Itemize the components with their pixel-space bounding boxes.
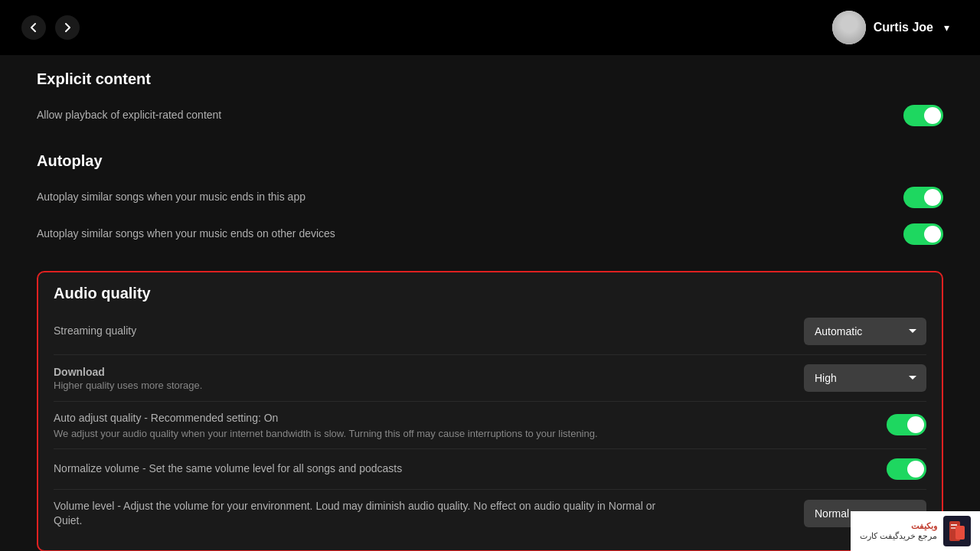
normalize-label: Normalize volume - Set the same volume l… xyxy=(54,461,402,477)
autoplay-devices-toggle[interactable] xyxy=(903,223,943,245)
watermark-logo: وبکیفت xyxy=(911,521,937,531)
explicit-content-section: Explicit content Allow playback of expli… xyxy=(37,70,943,134)
normalize-row: Normalize volume - Set the same volume l… xyxy=(54,448,926,489)
watermark: وبکیفت مرجع خریدگیفت کارت xyxy=(851,511,980,551)
header: Curtis Joe ▾ xyxy=(0,0,980,55)
download-label: Download xyxy=(54,366,202,378)
autoplay-title: Autoplay xyxy=(37,152,943,170)
explicit-content-label: Allow playback of explicit-rated content xyxy=(37,108,221,123)
download-quality-row: Download Higher quality uses more storag… xyxy=(54,354,926,401)
audio-quality-section: Audio quality Streaming quality Automati… xyxy=(37,271,943,551)
auto-adjust-toggle[interactable] xyxy=(887,414,926,435)
auto-adjust-label: Auto adjust quality - Recommended settin… xyxy=(54,411,598,426)
auto-adjust-row: Auto adjust quality - Recommended settin… xyxy=(54,401,926,448)
auto-adjust-label-group: Auto adjust quality - Recommended settin… xyxy=(54,411,598,439)
svg-rect-1 xyxy=(956,526,965,540)
download-sublabel: Higher quality uses more storage. xyxy=(54,380,202,391)
back-button[interactable] xyxy=(21,15,46,40)
auto-adjust-sub: We adjust your audio quality when your i… xyxy=(54,428,598,439)
streaming-quality-dropdown[interactable]: Automatic Low Normal High Very high xyxy=(804,318,926,345)
streaming-quality-label: Streaming quality xyxy=(54,324,136,339)
svg-rect-3 xyxy=(951,527,956,529)
forward-button[interactable] xyxy=(55,15,80,40)
audio-quality-title: Audio quality xyxy=(54,285,926,302)
autoplay-devices-label: Autoplay similar songs when your music e… xyxy=(37,227,335,242)
watermark-icon xyxy=(943,516,971,546)
volume-level-label: Volume level - Adjust the volume for you… xyxy=(54,499,681,529)
download-label-group: Download Higher quality uses more storag… xyxy=(54,366,202,391)
normalize-toggle[interactable] xyxy=(887,458,926,480)
streaming-quality-row: Streaming quality Automatic Low Normal H… xyxy=(54,308,926,354)
autoplay-section: Autoplay Autoplay similar songs when you… xyxy=(37,152,943,253)
volume-level-row: Volume level - Adjust the volume for you… xyxy=(54,489,926,538)
settings-content: Explicit content Allow playback of expli… xyxy=(0,55,980,551)
explicit-content-title: Explicit content xyxy=(37,70,943,88)
svg-rect-2 xyxy=(951,524,957,526)
autoplay-app-label: Autoplay similar songs when your music e… xyxy=(37,190,305,205)
autoplay-app-toggle[interactable] xyxy=(903,187,943,208)
user-menu[interactable]: Curtis Joe ▾ xyxy=(829,8,959,47)
nav-buttons xyxy=(21,15,80,40)
chevron-down-icon: ▾ xyxy=(944,21,949,34)
explicit-content-toggle[interactable] xyxy=(903,105,943,126)
autoplay-app-row: Autoplay similar songs when your music e… xyxy=(37,179,943,216)
avatar xyxy=(832,11,866,44)
autoplay-devices-row: Autoplay similar songs when your music e… xyxy=(37,216,943,253)
explicit-content-row: Allow playback of explicit-rated content xyxy=(37,97,943,134)
watermark-text: مرجع خریدگیفت کارت xyxy=(860,531,937,541)
download-quality-dropdown[interactable]: Low Normal High Very high xyxy=(804,364,926,392)
username-label: Curtis Joe xyxy=(874,21,933,34)
